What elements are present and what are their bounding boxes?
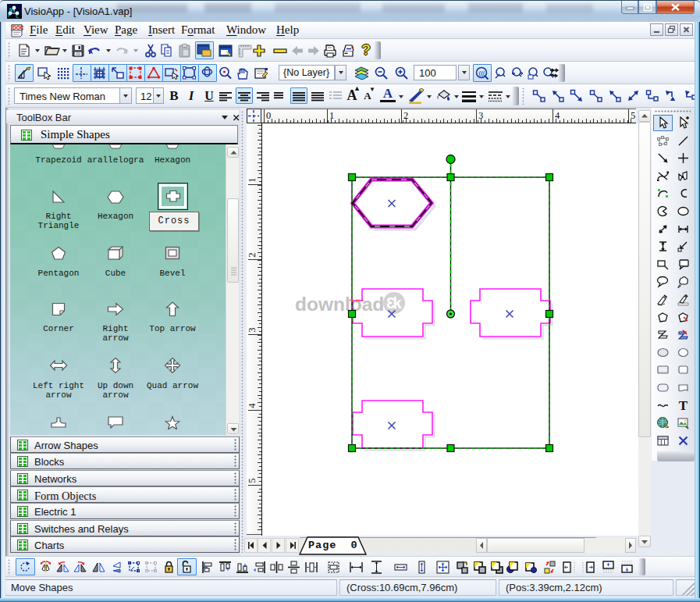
svg-text:C: C bbox=[16, 13, 19, 19]
svg-text:DOC: DOC bbox=[12, 25, 24, 30]
svg-text:P: P bbox=[8, 12, 11, 19]
svg-text:(((: ((( bbox=[479, 69, 485, 77]
